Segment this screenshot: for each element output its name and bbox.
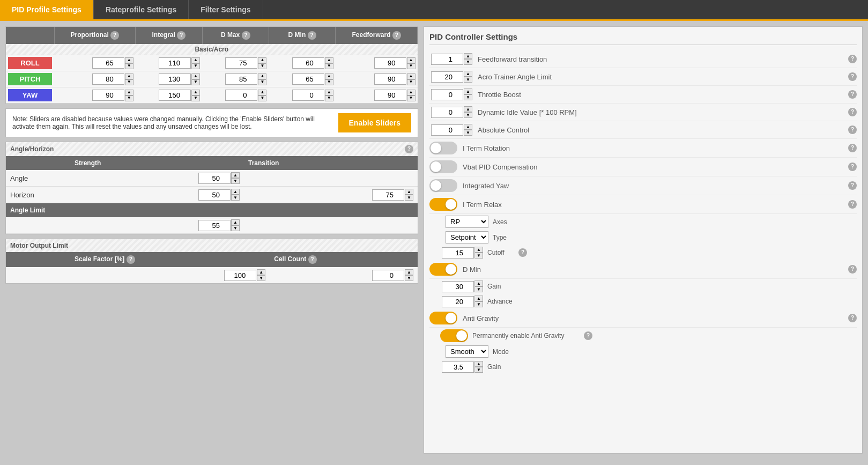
yaw-proportional-down[interactable]: ▼ xyxy=(125,95,133,101)
cutoff-up[interactable]: ▲ xyxy=(474,247,483,253)
horizon-transition-down[interactable]: ▼ xyxy=(405,195,413,201)
pitch-proportional-down[interactable]: ▼ xyxy=(125,79,133,85)
cell-count-down[interactable]: ▼ xyxy=(405,275,413,281)
yaw-dmin-input[interactable]: ▲▼ xyxy=(271,90,333,101)
yaw-proportional-up[interactable]: ▲ xyxy=(125,90,133,95)
dmax-help-icon[interactable]: ? xyxy=(242,31,250,40)
pitch-feedforward-up[interactable]: ▲ xyxy=(407,73,416,79)
yaw-dmax-up[interactable]: ▲ xyxy=(258,90,266,95)
feedforward-help-icon[interactable]: ? xyxy=(392,31,401,40)
angle-strength-down[interactable]: ▼ xyxy=(231,178,240,184)
i-term-relax-cutoff-input[interactable]: ▲▼ xyxy=(440,247,483,259)
roll-proportional-input[interactable]: ▲▼ xyxy=(56,57,133,69)
yaw-feedforward-field[interactable] xyxy=(374,90,406,101)
pitch-dmin-input[interactable]: ▲▼ xyxy=(271,73,333,85)
anti-gravity-toggle[interactable] xyxy=(429,312,457,324)
feedforward-transition-input[interactable]: ▲▼ xyxy=(429,53,472,65)
roll-proportional-down[interactable]: ▼ xyxy=(125,63,133,69)
roll-dmax-input[interactable]: ▲▼ xyxy=(204,57,266,69)
throttle-boost-input[interactable]: ▲▼ xyxy=(429,88,472,100)
pitch-integral-down[interactable]: ▼ xyxy=(191,79,200,85)
d-min-help-icon[interactable]: ? xyxy=(848,265,857,274)
horizon-strength-up[interactable]: ▲ xyxy=(231,189,240,195)
throttle-boost-down[interactable]: ▼ xyxy=(464,94,472,100)
throttle-boost-field[interactable] xyxy=(431,89,463,100)
i-term-relax-axes-select-wrap[interactable]: RPRPYOFF xyxy=(440,216,488,228)
pitch-feedforward-input[interactable]: ▲▼ xyxy=(338,73,416,85)
ag-mode-select-wrap[interactable]: SmoothStep xyxy=(440,345,488,358)
pitch-dmax-field[interactable] xyxy=(225,73,257,85)
roll-feedforward-down[interactable]: ▼ xyxy=(407,63,416,69)
horizon-transition-up[interactable]: ▲ xyxy=(405,189,413,195)
roll-dmin-down[interactable]: ▼ xyxy=(325,63,333,69)
absolute-control-field[interactable] xyxy=(431,124,463,136)
roll-feedforward-up[interactable]: ▲ xyxy=(407,57,416,63)
cutoff-down[interactable]: ▼ xyxy=(474,253,483,259)
enable-sliders-button[interactable]: Enable Sliders xyxy=(338,113,411,132)
angle-strength-field[interactable] xyxy=(198,173,231,184)
cell-count-field[interactable] xyxy=(372,270,404,281)
horizon-strength-input[interactable]: ▲▼ xyxy=(75,189,240,201)
roll-dmax-field[interactable] xyxy=(225,57,257,69)
d-min-advance-up[interactable]: ▲ xyxy=(474,296,483,301)
yaw-dmax-down[interactable]: ▼ xyxy=(258,95,266,101)
yaw-integral-up[interactable]: ▲ xyxy=(191,90,200,95)
angle-limit-up[interactable]: ▲ xyxy=(231,219,240,225)
pitch-proportional-field[interactable] xyxy=(92,73,124,85)
yaw-dmax-field[interactable] xyxy=(225,90,257,101)
absolute-control-help-icon[interactable]: ? xyxy=(848,126,857,134)
i-term-relax-help-icon[interactable]: ? xyxy=(848,200,857,209)
pitch-dmin-field[interactable] xyxy=(292,73,324,85)
pitch-feedforward-down[interactable]: ▼ xyxy=(407,79,416,85)
horizon-transition-field[interactable] xyxy=(372,189,404,201)
pitch-feedforward-field[interactable] xyxy=(374,73,406,85)
i-term-relax-toggle[interactable] xyxy=(429,198,457,211)
absolute-control-down[interactable]: ▼ xyxy=(464,130,472,136)
d-min-advance-input[interactable]: ▲▼ xyxy=(440,296,483,307)
ag-gain-up[interactable]: ▲ xyxy=(474,361,483,367)
d-min-gain-up[interactable]: ▲ xyxy=(474,281,483,286)
d-min-advance-down[interactable]: ▼ xyxy=(474,301,483,307)
roll-integral-up[interactable]: ▲ xyxy=(191,57,200,63)
dynamic-idle-down[interactable]: ▼ xyxy=(464,112,472,118)
yaw-proportional-input[interactable]: ▲▼ xyxy=(56,90,133,101)
scale-factor-up[interactable]: ▲ xyxy=(257,269,265,275)
i-term-relax-type-select[interactable]: SetpointGyro xyxy=(446,231,488,243)
feedforward-transition-help-icon[interactable]: ? xyxy=(848,55,857,63)
roll-dmax-down[interactable]: ▼ xyxy=(258,63,266,69)
acro-trainer-help-icon[interactable]: ? xyxy=(848,72,857,81)
vbat-pid-toggle[interactable] xyxy=(429,160,457,173)
ag-gain-input[interactable]: ▲▼ xyxy=(440,361,483,373)
yaw-integral-field[interactable] xyxy=(159,90,191,101)
tab-pid[interactable]: PID Profile Settings xyxy=(0,0,94,19)
roll-integral-input[interactable]: ▲▼ xyxy=(138,57,200,69)
pitch-proportional-input[interactable]: ▲▼ xyxy=(56,73,133,85)
pitch-dmin-down[interactable]: ▼ xyxy=(325,79,333,85)
pitch-dmax-input[interactable]: ▲▼ xyxy=(204,73,266,85)
yaw-dmin-up[interactable]: ▲ xyxy=(325,90,333,95)
horizon-strength-field[interactable] xyxy=(198,189,231,201)
absolute-control-up[interactable]: ▲ xyxy=(464,124,472,130)
perm-anti-gravity-toggle[interactable] xyxy=(440,329,468,342)
yaw-dmin-field[interactable] xyxy=(292,90,324,101)
horizon-strength-down[interactable]: ▼ xyxy=(231,195,240,201)
yaw-integral-input[interactable]: ▲▼ xyxy=(138,90,200,101)
acro-trainer-input[interactable]: ▲▼ xyxy=(429,71,472,83)
roll-dmin-up[interactable]: ▲ xyxy=(325,57,333,63)
d-min-gain-input[interactable]: ▲▼ xyxy=(440,281,483,292)
angle-horizon-help-icon[interactable]: ? xyxy=(405,145,413,153)
feedforward-transition-up[interactable]: ▲ xyxy=(464,53,472,59)
roll-integral-down[interactable]: ▼ xyxy=(191,63,200,69)
anti-gravity-help-icon[interactable]: ? xyxy=(848,314,857,322)
roll-integral-field[interactable] xyxy=(159,57,191,69)
pitch-dmax-down[interactable]: ▼ xyxy=(258,79,266,85)
dynamic-idle-input[interactable]: ▲▼ xyxy=(429,106,472,118)
yaw-feedforward-down[interactable]: ▼ xyxy=(407,95,416,101)
yaw-dmax-input[interactable]: ▲▼ xyxy=(204,90,266,101)
ag-mode-select[interactable]: SmoothStep xyxy=(446,345,488,358)
vbat-pid-help-icon[interactable]: ? xyxy=(848,163,857,171)
integrated-yaw-toggle[interactable] xyxy=(429,179,457,192)
d-min-gain-field[interactable] xyxy=(442,281,474,292)
throttle-boost-help-icon[interactable]: ? xyxy=(848,90,857,99)
pitch-dmin-up[interactable]: ▲ xyxy=(325,73,333,79)
